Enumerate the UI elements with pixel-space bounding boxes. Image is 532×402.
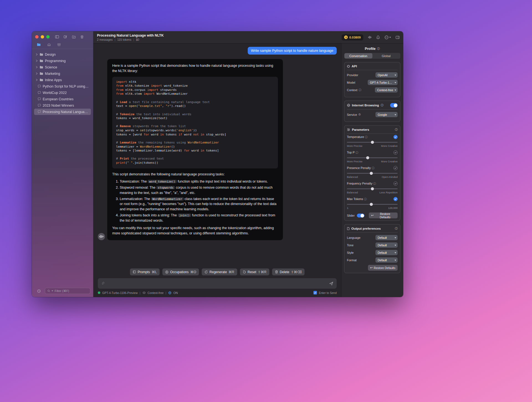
language-dropdown[interactable]: Default [375, 235, 398, 240]
chevron-right-icon[interactable] [36, 53, 38, 56]
internet-browsing-toggle[interactable] [390, 103, 398, 107]
delete-button[interactable]: Delete⇧⌘⌫ [272, 268, 305, 275]
slider-mode-toggle[interactable] [357, 214, 364, 217]
info-icon[interactable]: ⓘ [372, 167, 374, 170]
filter-input[interactable]: Filter (⌘F) [45, 288, 90, 294]
tab-conversation[interactable]: Conversation [344, 53, 372, 58]
toggle-right-panel-icon[interactable] [396, 36, 400, 39]
prompts-button[interactable]: Prompts⌘L [130, 268, 160, 275]
sidebar-folder-science[interactable]: Science [34, 64, 91, 70]
history-icon[interactable] [35, 288, 42, 294]
occupations-button[interactable]: Occupations⌘O [162, 268, 199, 275]
sidebar-folder-design[interactable]: Design [34, 51, 91, 58]
assistant-avatar [98, 233, 105, 240]
enter-to-send-checkbox[interactable] [313, 291, 317, 295]
chevron-right-icon[interactable] [36, 72, 38, 75]
sidebar-folder-marketing[interactable]: Marketing [34, 70, 91, 77]
info-icon[interactable]: ⓘ [359, 88, 361, 92]
info-icon[interactable]: ⓘ [395, 227, 398, 231]
param-slider[interactable] [347, 156, 398, 160]
regenerate-button[interactable]: Regenerate⌘R [202, 268, 237, 275]
send-icon[interactable] [329, 281, 333, 286]
chevron-right-icon[interactable] [36, 60, 38, 62]
chat-bubble-icon [38, 85, 41, 88]
info-icon[interactable]: ⓘ [365, 135, 368, 139]
slider-knob[interactable] [371, 187, 374, 190]
slider-knob[interactable] [366, 156, 369, 159]
model-dropdown[interactable]: GPT-4-Turbo-1106-... [368, 80, 398, 85]
notifications-bell-icon[interactable] [376, 35, 380, 39]
info-icon[interactable]: ⓘ [355, 151, 358, 154]
service-label: Service [347, 113, 357, 116]
chat-title: Processing Natural Language with NLTK [97, 34, 164, 37]
param-presence-penalty: Presence Penalty ⓘBalancedOpen-minded [347, 166, 398, 178]
reset-button[interactable]: Reset⇧⌘R [240, 268, 269, 275]
activity-icon[interactable] [368, 36, 372, 39]
chevron-right-icon[interactable] [36, 66, 38, 68]
delete-chat-icon[interactable] [79, 34, 85, 40]
info-icon[interactable]: ⓘ [377, 47, 380, 51]
inbox-tab-icon[interactable] [47, 43, 51, 46]
gear-icon[interactable]: ⚙ [358, 113, 361, 116]
param-slider[interactable] [347, 171, 398, 175]
format-dropdown[interactable]: Default [375, 257, 398, 263]
chat-label: Processing Natural Language wit... [43, 110, 89, 114]
tone-dropdown[interactable]: Default [375, 242, 398, 248]
tab-global[interactable]: Global [372, 53, 400, 58]
param-slider[interactable] [347, 140, 398, 144]
book-icon [133, 270, 136, 273]
info-icon[interactable]: ⓘ [364, 198, 367, 201]
api-section: API Provider OpenAI Model GPT-4-Turbo-11… [344, 62, 400, 97]
window-minimize-button[interactable] [41, 35, 44, 39]
shortcut-label: ⇧⌘R [258, 270, 267, 274]
toggle-sidebar-icon[interactable] [54, 34, 60, 40]
slider-knob[interactable] [370, 203, 373, 206]
sidebar-folder-programming[interactable]: Programming [34, 58, 91, 64]
app-window: DesignProgrammingScienceMarketingInline … [32, 31, 403, 297]
window-zoom-button[interactable] [46, 35, 50, 39]
usage-cost-badge[interactable]: $ 0.03809 [342, 34, 363, 40]
new-chat-icon[interactable] [62, 34, 69, 40]
context-dropdown[interactable]: Context-free [375, 87, 398, 93]
slider-knob[interactable] [371, 141, 374, 144]
slider-knob[interactable] [370, 172, 373, 175]
folders-tab-icon[interactable] [37, 43, 41, 46]
sidebar-folder-inline-apps[interactable]: Inline Apps [34, 77, 91, 83]
param-slider[interactable] [347, 203, 398, 206]
sidebar-chat-2023-nobel-winners[interactable]: 2023 Nobel Winners [34, 102, 91, 109]
window-close-button[interactable] [35, 35, 39, 39]
parameters-section: Parameters ⓘ Temperature ⓘMore PreciseMo… [344, 125, 400, 221]
chat-list[interactable]: DesignProgrammingScienceMarketingInline … [32, 49, 93, 285]
folder-icon [40, 66, 43, 69]
attachment-icon[interactable] [101, 282, 104, 285]
param-enable-checkbox[interactable] [393, 166, 398, 170]
chevron-right-icon[interactable] [36, 79, 38, 81]
sidebar-chat-worldcup-2022[interactable]: WorldCup 2022 [34, 89, 91, 96]
param-enable-checkbox[interactable] [393, 181, 398, 186]
service-dropdown[interactable]: Google [375, 112, 398, 117]
chat-transcript[interactable]: Write sample Python script to handle nat… [93, 43, 341, 266]
sidebar-chat-european-countries[interactable]: European Countries [34, 96, 91, 102]
message-input[interactable] [98, 278, 337, 289]
archive-tab-icon[interactable] [57, 43, 61, 46]
folder-icon [40, 59, 43, 62]
param-enable-checkbox[interactable] [393, 197, 398, 201]
param-max-tokens: Max Tokens ⓘ1128,000 [347, 197, 398, 209]
more-options-icon[interactable] [385, 35, 391, 39]
restore-defaults-button[interactable]: ↩ Restore Defaults [369, 212, 398, 218]
restore-defaults-button[interactable]: ↩ Restore Defaults [368, 265, 398, 271]
reset-icon [243, 270, 246, 274]
param-slider[interactable] [347, 187, 398, 191]
coin-icon: $ [344, 35, 348, 39]
provider-dropdown[interactable]: OpenAI [375, 72, 398, 78]
sidebar-chat-python-script-for-nlp-using-nltk[interactable]: Python Script for NLP using NLTK [34, 83, 91, 89]
style-dropdown[interactable]: Default [375, 250, 398, 255]
param-enable-checkbox[interactable] [393, 150, 398, 155]
sidebar-chat-processing-natural-language-wit[interactable]: Processing Natural Language wit... [34, 109, 91, 115]
info-icon[interactable]: ⓘ [381, 103, 383, 107]
quick-actions: Prompts⌘LOccupations⌘ORegenerate⌘RReset⇧… [93, 266, 341, 278]
info-icon[interactable]: ⓘ [395, 128, 398, 132]
param-enable-checkbox[interactable] [393, 135, 398, 139]
new-folder-icon[interactable] [70, 34, 77, 40]
info-icon[interactable]: ⓘ [373, 182, 376, 185]
